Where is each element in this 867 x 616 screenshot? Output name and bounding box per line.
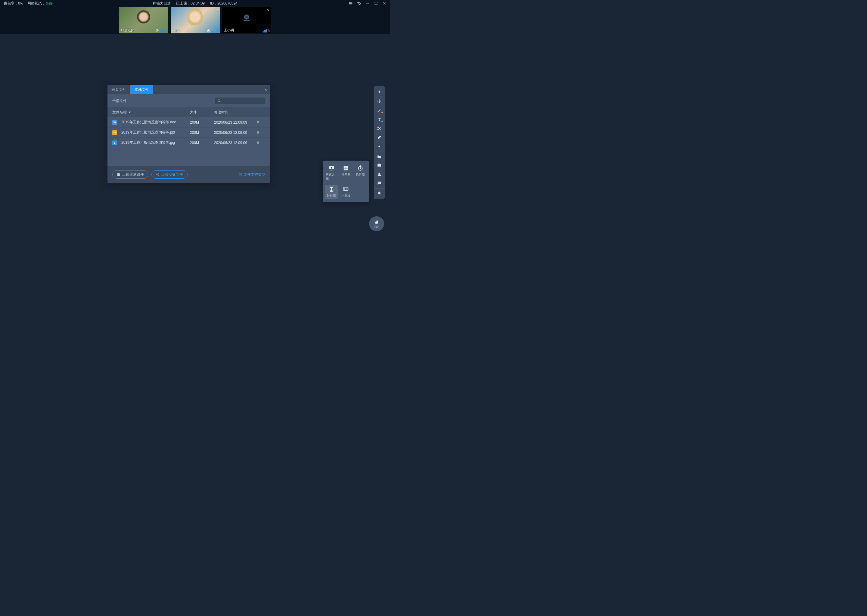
svg-point-29 — [378, 182, 379, 183]
answer-tool-button[interactable]: 答题器 — [340, 163, 352, 182]
svg-text:2+3: 2+3 — [344, 188, 348, 190]
svg-point-30 — [379, 182, 379, 183]
class-id: ID：2020070324 — [210, 1, 238, 6]
chat-tool[interactable] — [374, 179, 385, 188]
minimize-icon[interactable] — [366, 1, 370, 5]
file-time: 2020/06/23 12:09:09 — [214, 130, 256, 135]
laser-tool[interactable] — [374, 142, 385, 151]
class-title: 神秘大自然 — [153, 1, 171, 6]
svg-rect-7 — [244, 20, 249, 21]
file-row[interactable]: ▲2019年工作汇报情况查询等等.jpg200M2020/06/23 12:09… — [107, 138, 270, 148]
top-bar: 丢包率：0% 网络状态：良好 神秘大自然 已上课：02:34:09 ID：202… — [0, 0, 390, 6]
gear-icon[interactable] — [357, 1, 361, 5]
camera-toggle-icon[interactable] — [348, 1, 353, 5]
table-header: 文件名称 大小 修改时间 — [107, 107, 270, 117]
grab-answer-button[interactable]: 抢答器 — [354, 163, 367, 182]
delete-icon[interactable] — [256, 130, 260, 134]
tab-local-files[interactable]: 本地文件 — [130, 85, 153, 94]
hand-count: 0/2 — [375, 225, 379, 229]
file-type-icon: ▲ — [112, 140, 117, 145]
close-icon[interactable]: × — [216, 8, 218, 13]
participant-name: Nina — [172, 29, 180, 33]
toolbox-tool[interactable] — [374, 160, 385, 170]
file-name: 2019年工作汇报情况查询等等.doc — [121, 120, 176, 125]
mini-whiteboard-button[interactable]: 2+3 小黑板 — [340, 185, 352, 199]
bell-tool[interactable] — [374, 188, 385, 197]
camera-on-icon — [207, 29, 210, 33]
window-controls — [348, 1, 386, 5]
topbar-center: 神秘大自然 已上课：02:34:09 ID：2020070324 — [153, 1, 237, 6]
file-size: 200M — [190, 141, 214, 145]
sort-caret-icon — [129, 112, 131, 113]
camera-on-icon — [155, 29, 159, 33]
file-type-icon: P — [112, 130, 117, 135]
svg-rect-17 — [344, 168, 345, 170]
file-time: 2020/06/23 12:09:09 — [214, 120, 256, 124]
video-strip: 叮当老师 × Nina × 王小明 — [0, 6, 390, 34]
scissors-tool[interactable] — [374, 124, 385, 133]
upload-animated-button[interactable]: 上传动效文件 — [151, 170, 188, 179]
search-input[interactable] — [214, 97, 265, 104]
signal-bars-icon — [159, 29, 164, 33]
tab-cloud-files[interactable]: 云盘文件 — [107, 85, 130, 94]
mic-icon — [216, 29, 219, 33]
modal-tabs: 云盘文件 本地文件 × — [107, 85, 270, 94]
svg-point-6 — [245, 16, 248, 18]
packet-loss: 丢包率：0% — [4, 1, 23, 6]
participant-name: 王小明 — [224, 28, 234, 33]
filter-all-label[interactable]: 全部文件 — [112, 98, 211, 104]
header-filename[interactable]: 文件名称 — [112, 110, 190, 115]
svg-point-25 — [378, 146, 380, 147]
file-type-icon: W — [112, 120, 117, 125]
file-name: 2019年工作汇报情况查询等等.jpg — [121, 140, 175, 145]
header-modified[interactable]: 修改时间 — [214, 110, 256, 115]
eraser-tool[interactable] — [374, 133, 385, 142]
delete-icon[interactable] — [256, 120, 260, 124]
right-toolbar — [374, 86, 385, 199]
upload-normal-button[interactable]: 上传普通课件 — [112, 170, 148, 179]
svg-rect-20 — [360, 165, 361, 167]
file-row[interactable]: W2019年工作汇报情况查询等等.doc200M2020/06/23 12:09… — [107, 117, 270, 127]
video-tile-student[interactable]: × 王小明 — [222, 7, 271, 33]
play-circle-icon — [156, 173, 159, 176]
header-size[interactable]: 大小 — [190, 110, 214, 115]
document-icon — [117, 173, 120, 176]
modal-footer: 上传普通课件 上传动效文件 文件支持类型 — [107, 166, 270, 183]
file-size: 200M — [190, 120, 214, 124]
search-icon — [218, 99, 221, 102]
pen-tool[interactable] — [374, 106, 385, 115]
svg-rect-14 — [330, 170, 333, 171]
video-tile-student[interactable]: × Nina — [171, 7, 220, 33]
file-row[interactable]: P2019年工作汇报情况查询等等.ppt200M2020/06/23 12:09… — [107, 127, 270, 138]
text-tool[interactable] — [374, 115, 385, 124]
svg-rect-15 — [344, 166, 345, 168]
close-icon[interactable]: × — [264, 87, 267, 93]
close-icon[interactable] — [382, 1, 386, 5]
screen-share-button[interactable]: 屏幕共享 — [325, 163, 338, 182]
file-modal: 云盘文件 本地文件 × 全部文件 文件名称 大小 修改时间 W2019年工作汇报… — [107, 85, 270, 183]
close-icon[interactable]: × — [267, 8, 270, 13]
pointer-tool[interactable] — [374, 88, 385, 97]
folder-tool[interactable] — [374, 152, 385, 160]
timer-button[interactable]: 计时器 — [325, 185, 338, 199]
delete-icon[interactable] — [256, 140, 260, 145]
svg-rect-0 — [366, 3, 369, 3]
svg-point-23 — [377, 127, 378, 127]
svg-point-24 — [377, 129, 378, 130]
svg-point-2 — [156, 30, 158, 31]
move-tool[interactable] — [374, 97, 385, 106]
mic-icon — [164, 29, 167, 33]
svg-point-31 — [380, 182, 380, 183]
fullscreen-icon[interactable] — [374, 1, 378, 5]
tools-popover: 屏幕共享 答题器 抢答器 计时器 2+3 小黑板 — [323, 160, 369, 202]
network-status: 网络状态：良好 — [27, 1, 53, 6]
camera-off-icon — [241, 12, 252, 24]
video-tile-teacher[interactable]: 叮当老师 — [119, 7, 168, 33]
file-size: 200M — [190, 130, 214, 135]
participants-tool[interactable] — [374, 170, 385, 179]
svg-rect-27 — [378, 163, 380, 165]
file-list: W2019年工作汇报情况查询等等.doc200M2020/06/23 12:09… — [107, 117, 270, 148]
hand-raise-button[interactable]: 0/2 — [369, 216, 384, 231]
supported-types-link[interactable]: 文件支持类型 — [239, 172, 265, 177]
participant-name: 叮当老师 — [121, 28, 134, 33]
